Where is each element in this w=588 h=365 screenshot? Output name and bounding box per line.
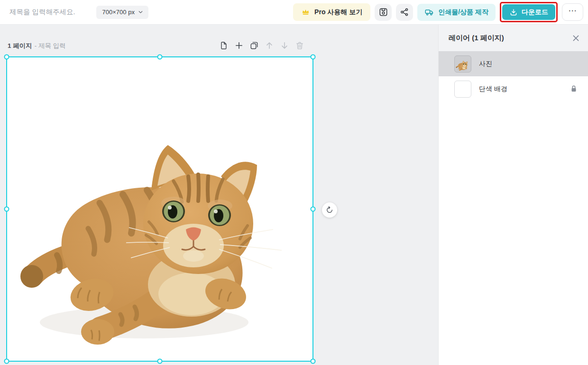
selection-handle-bottom-center[interactable] [157,359,163,364]
cat-photo-element[interactable] [7,57,313,361]
annotation-highlight-box: 다운로드 [500,2,558,22]
add-page-button[interactable] [234,41,244,50]
selection-handle-bottom-right[interactable] [311,359,316,364]
print-product-button[interactable]: 인쇄물/상품 제작 [417,4,496,21]
close-icon [571,34,580,43]
new-page-icon [219,41,229,50]
move-page-up-button[interactable] [265,41,274,50]
share-icon [400,7,410,17]
layer-row-photo[interactable]: 사진 [439,51,588,76]
selection-handle-top-center[interactable] [157,55,163,60]
selection-handle-middle-left[interactable] [4,207,9,212]
delete-page-button[interactable] [295,41,304,50]
rotate-handle[interactable] [322,202,337,218]
more-options-button[interactable]: ⋯ [562,3,583,21]
new-page-button[interactable] [219,41,229,50]
layers-panel-header: 레이어 (1 페이지) [439,25,588,51]
top-toolbar: 제목을 입력해주세요. 700×700 px Pro 사용해 보기 [0,0,588,25]
download-label: 다운로드 [522,8,548,17]
topbar-actions: Pro 사용해 보기 [293,2,583,22]
page-indicator: 1 페이지 [8,42,32,50]
save-icon [378,7,388,17]
canvas-workspace: 1 페이지 - 제목 입력 [0,25,438,365]
document-title-input[interactable]: 제목을 입력해주세요. [9,8,75,17]
page-header: 1 페이지 - 제목 입력 [8,42,66,50]
try-pro-button[interactable]: Pro 사용해 보기 [293,3,370,21]
download-icon [509,8,518,17]
delete-page-icon [295,41,304,50]
add-page-icon [234,41,244,50]
truck-icon [424,7,434,17]
canvas-page[interactable] [7,57,313,361]
page-toolbar [219,41,304,50]
move-up-icon [265,41,274,50]
move-down-icon [280,41,289,50]
layer-label: 사진 [479,60,492,68]
lock-icon[interactable] [569,84,579,94]
selection-handle-top-left[interactable] [4,55,9,60]
print-product-label: 인쇄물/상품 제작 [438,8,488,17]
move-page-down-button[interactable] [280,41,289,50]
crown-icon [301,8,310,17]
close-panel-button[interactable] [570,32,581,44]
rotate-icon [325,206,334,214]
layer-label: 단색 배경 [479,85,507,93]
layers-panel: 레이어 (1 페이지) 사진 단색 배경 [438,25,588,365]
share-button[interactable] [396,4,413,21]
more-icon: ⋯ [569,6,577,16]
download-button[interactable]: 다운로드 [502,4,555,20]
design-editor-app: 제목을 입력해주세요. 700×700 px Pro 사용해 보기 [0,0,588,365]
selection-handle-top-right[interactable] [311,55,316,60]
save-button[interactable] [375,4,392,21]
canvas-size-selector[interactable]: 700×700 px [96,6,148,19]
layer-thumbnail-photo [454,55,471,73]
duplicate-page-button[interactable] [249,41,259,50]
selection-handle-middle-right[interactable] [311,207,316,212]
layers-panel-title: 레이어 (1 페이지) [449,34,504,43]
chevron-down-icon [138,9,144,15]
duplicate-page-icon [249,41,259,50]
layer-thumbnail-background [454,81,471,98]
canvas-size-label: 700×700 px [102,9,135,16]
selection-handle-bottom-left[interactable] [4,359,9,364]
page-title-hint[interactable]: - 제목 입력 [35,42,66,50]
try-pro-label: Pro 사용해 보기 [314,8,362,17]
layer-row-background[interactable]: 단색 배경 [439,76,588,101]
